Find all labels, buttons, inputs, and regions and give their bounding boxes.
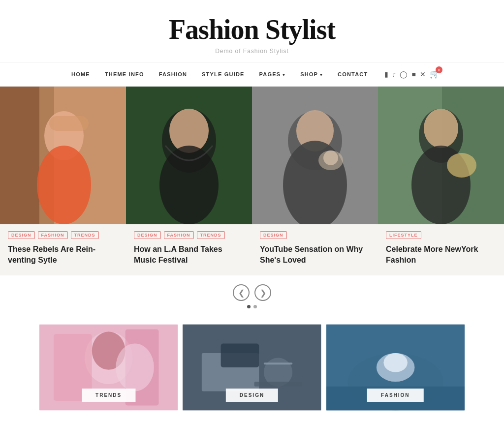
tag-lifestyle[interactable]: LIFESTYLE [386, 231, 421, 239]
nav-item-fashion[interactable]: FASHION [152, 68, 194, 80]
svg-rect-1 [0, 87, 39, 224]
nav-links: HOME THEME INFO FASHION STYLE GUIDE PAGE… [64, 68, 375, 80]
card-3-body: DESIGN YouTube Sensation on Why She's Lo… [252, 224, 378, 276]
carousel-arrows: ❮ ❯ [233, 284, 271, 301]
nav-item-contact[interactable]: CONTACT [331, 68, 375, 80]
svg-point-4 [37, 146, 91, 224]
svg-point-39 [383, 353, 408, 372]
card-1-title: These Rebels Are Rein-venting Sytle [8, 244, 118, 266]
nav-item-pages[interactable]: PAGES [252, 68, 293, 80]
instagram-icon[interactable]: ◯ [400, 70, 408, 78]
svg-rect-34 [264, 363, 292, 365]
card-1-svg [0, 87, 126, 224]
bottom-card-trends-label: TRENDS [82, 389, 135, 402]
tag-trends[interactable]: TRENDS [71, 231, 99, 239]
pinterest-icon[interactable]: ■ [411, 70, 415, 78]
site-header: Fashion Stylist Demo of Fashion Stylist [0, 0, 504, 62]
card-2-svg [126, 87, 252, 224]
carousel-section: DESIGN FASHION TRENDS These Rebels Are R… [0, 87, 504, 314]
bottom-grid: TRENDS DESIGN FASHION [0, 313, 504, 421]
site-subtitle: Demo of Fashion Stylist [10, 48, 494, 55]
nav-social: ▮ 𝕣 ◯ ■ ✕ 🛒 0 [384, 69, 439, 79]
card-1-tags: DESIGN FASHION TRENDS [8, 231, 118, 239]
cart-badge: 0 [436, 66, 442, 73]
bottom-card-fashion-label: FASHION [367, 389, 423, 402]
facebook-icon[interactable]: ▮ [384, 70, 388, 78]
carousel-prev[interactable]: ❮ [233, 284, 250, 301]
card-2-tags: DESIGN FASHION TRENDS [134, 231, 244, 239]
svg-point-19 [424, 109, 458, 148]
carousel-next[interactable]: ❯ [254, 284, 271, 301]
svg-rect-31 [221, 344, 259, 368]
tag-trends-2[interactable]: TRENDS [197, 231, 225, 239]
card-4: LIFESTYLE Celebrate More NewYork Fashion [378, 87, 504, 276]
card-3-tags: DESIGN [260, 231, 370, 239]
card-4-svg [378, 87, 504, 224]
svg-rect-33 [254, 382, 302, 387]
tag-fashion[interactable]: FASHION [38, 231, 68, 239]
cart-icon[interactable]: 🛒 0 [430, 69, 440, 79]
card-4-body: LIFESTYLE Celebrate More NewYork Fashion [378, 224, 504, 276]
nav-item-shop[interactable]: SHOP [293, 68, 330, 80]
svg-rect-5 [49, 116, 89, 131]
tag-fashion-2[interactable]: FASHION [164, 231, 194, 239]
card-1-image [0, 87, 126, 224]
bottom-card-fashion[interactable]: FASHION [326, 323, 465, 412]
nav-item-theme[interactable]: THEME INFO [98, 68, 151, 80]
card-3-image [252, 87, 378, 224]
svg-point-21 [447, 153, 476, 178]
card-4-tags: LIFESTYLE [386, 231, 496, 239]
card-3: DESIGN YouTube Sensation on Why She's Lo… [252, 87, 378, 276]
card-2: DESIGN FASHION TRENDS How an L.A Band Ta… [126, 87, 252, 276]
bottom-card-design[interactable]: DESIGN [183, 323, 321, 412]
bottom-card-trends[interactable]: TRENDS [39, 323, 178, 412]
tag-design-3[interactable]: DESIGN [260, 231, 287, 239]
svg-point-9 [159, 146, 219, 224]
card-4-title: Celebrate More NewYork Fashion [386, 244, 496, 266]
x-icon[interactable]: ✕ [420, 70, 426, 78]
card-1: DESIGN FASHION TRENDS These Rebels Are R… [0, 87, 126, 276]
dot-2[interactable] [253, 305, 257, 308]
card-3-svg [252, 87, 378, 224]
card-3-title: YouTube Sensation on Why She's Loved [260, 244, 370, 266]
svg-point-15 [323, 150, 338, 165]
tag-design-2[interactable]: DESIGN [134, 231, 161, 239]
card-2-title: How an L.A Band Takes Music Festival [134, 244, 244, 266]
tag-design[interactable]: DESIGN [8, 231, 35, 239]
bottom-card-design-label: DESIGN [226, 389, 278, 402]
card-2-body: DESIGN FASHION TRENDS How an L.A Band Ta… [126, 224, 252, 276]
card-1-body: DESIGN FASHION TRENDS These Rebels Are R… [0, 224, 126, 276]
nav-item-style[interactable]: STYLE GUIDE [195, 68, 252, 80]
carousel-controls: ❮ ❯ [0, 275, 504, 313]
site-nav: HOME THEME INFO FASHION STYLE GUIDE PAGE… [0, 62, 504, 87]
card-4-image [378, 87, 504, 224]
twitter-icon[interactable]: 𝕣 [392, 70, 396, 78]
card-2-image [126, 87, 252, 224]
carousel-dots [247, 305, 257, 308]
dot-1[interactable] [247, 305, 251, 308]
nav-item-home[interactable]: HOME [64, 68, 97, 80]
site-title: Fashion Stylist [10, 15, 494, 45]
cards-row: DESIGN FASHION TRENDS These Rebels Are R… [0, 87, 504, 276]
svg-point-27 [116, 344, 154, 391]
